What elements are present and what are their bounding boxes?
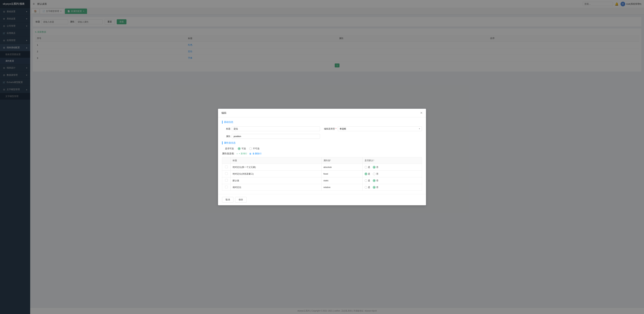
add-icon: + xyxy=(236,152,238,155)
default-no-dot xyxy=(373,179,376,182)
row-attr-val-cell: static xyxy=(321,177,362,184)
form-input-title[interactable] xyxy=(232,126,320,131)
default-yes-option[interactable]: 是 xyxy=(364,166,370,169)
row-check-cell xyxy=(222,177,230,184)
row-title-cell: 相对定位 xyxy=(230,184,322,191)
default-yes-option[interactable]: 是 xyxy=(364,179,370,182)
edit-modal: 编辑 ✕ 基础信息 标题 编辑器类型 * 单选框 xyxy=(218,109,426,205)
form-row-attr: 属性 xyxy=(222,134,422,139)
row-check-cell xyxy=(222,171,230,177)
default-yes-option[interactable]: 是 xyxy=(364,172,370,175)
radio-yes-circle xyxy=(238,147,240,150)
form-label-required: 是否可选 xyxy=(222,147,234,150)
row-default-cell: 是 否 xyxy=(362,184,422,191)
default-yes-dot xyxy=(364,173,367,175)
row-title-cell: 绝对定位(浏览器窗口) xyxy=(230,171,322,177)
attr-table-row: 绝对定位(第一个父元素) absolute 是 xyxy=(222,164,422,171)
default-radio-group: 是 否 xyxy=(364,172,420,175)
section-basic-title: 基础信息 xyxy=(222,121,422,124)
row-default-cell: 是 否 xyxy=(362,171,422,177)
radio-group-required: 可选 不可选 xyxy=(238,147,260,150)
form-input-attr[interactable] xyxy=(232,134,320,139)
default-radio-group: 是 否 xyxy=(364,179,420,182)
form-field-attr: 属性 xyxy=(222,134,320,139)
section-attr-values-title: 属性值信息 xyxy=(222,141,422,144)
modal-close-button[interactable]: ✕ xyxy=(420,111,422,115)
row-check-cell xyxy=(222,184,230,191)
col-title-header: 标题 xyxy=(230,157,322,164)
default-no-option[interactable]: 否 xyxy=(373,179,378,182)
attr-table-row: 相对定位 relative 是 xyxy=(222,184,422,191)
row-checkbox[interactable] xyxy=(225,166,228,168)
default-no-option[interactable]: 否 xyxy=(373,166,378,169)
radio-no-circle xyxy=(249,147,252,150)
default-yes-dot xyxy=(364,186,367,189)
modal-header: 编辑 ✕ xyxy=(218,109,426,117)
radio-yes-option[interactable]: 可选 xyxy=(238,147,246,150)
row-title-cell: 绝对定位(第一个父元素) xyxy=(230,164,322,171)
cancel-button[interactable]: 取消 xyxy=(222,197,234,203)
col-check-header xyxy=(222,157,230,164)
delete-row-button[interactable]: 🗑 🗑 删除行 xyxy=(249,152,262,155)
default-no-option[interactable]: 否 xyxy=(373,186,378,189)
row-checkbox[interactable] xyxy=(225,179,228,182)
default-no-dot xyxy=(373,166,376,169)
default-no-dot xyxy=(373,173,376,175)
modal-body: 基础信息 标题 编辑器类型 * 单选框 xyxy=(218,117,426,194)
form-label-attr: 属性 xyxy=(222,135,230,138)
form-row-title: 标题 编辑器类型 * 单选框 xyxy=(222,126,422,131)
default-yes-option[interactable]: 是 xyxy=(364,186,370,189)
row-default-cell: 是 否 xyxy=(362,177,422,184)
default-radio-group: 是 否 xyxy=(364,166,420,169)
modal-overlay: 编辑 ✕ 基础信息 标题 编辑器类型 * 单选框 xyxy=(0,0,644,314)
add-row-button[interactable]: + + 新增行 xyxy=(236,152,247,155)
editor-type-select-wrapper: 单选框 xyxy=(338,126,422,131)
row-default-cell: 是 否 xyxy=(362,164,422,171)
attr-table-row: 绝对定位(浏览器窗口) fixed 是 xyxy=(222,171,422,177)
row-attr-val-cell: relative xyxy=(321,184,362,191)
row-attr-val-cell: fixed xyxy=(321,171,362,177)
row-title-cell: 默认值 xyxy=(230,177,322,184)
row-check-cell xyxy=(222,164,230,171)
attr-toolbar: 属性值选项: + + 新增行 🗑 🗑 删除行 xyxy=(222,152,422,155)
col-attr-val-header: 属性值* xyxy=(321,157,362,164)
modal-title: 编辑 xyxy=(221,111,226,115)
row-checkbox[interactable] xyxy=(225,186,228,188)
delete-icon: 🗑 xyxy=(249,152,252,155)
row-attr-val-cell: absolute xyxy=(321,164,362,171)
default-yes-dot xyxy=(364,166,367,169)
form-label-title: 标题 xyxy=(222,127,230,130)
radio-no-option[interactable]: 不可选 xyxy=(249,147,260,150)
col-default-header: 是否默认* xyxy=(362,157,422,164)
editor-type-select[interactable]: 单选框 xyxy=(338,126,422,131)
form-field-title: 标题 xyxy=(222,126,320,131)
attr-values-table: 标题 属性值* 是否默认* xyxy=(222,157,422,191)
attr-options-label: 属性值选项: xyxy=(222,152,234,155)
form-label-editor-type: 编辑器类型 * xyxy=(324,127,336,130)
row-checkbox[interactable] xyxy=(225,172,228,175)
save-button[interactable]: 保存 xyxy=(235,197,246,203)
attr-table-row: 默认值 static 是 xyxy=(222,177,422,184)
modal-footer: 取消 保存 xyxy=(218,194,426,205)
default-yes-dot xyxy=(364,179,367,182)
default-radio-group: 是 否 xyxy=(364,186,420,189)
form-row-required: 是否可选 可选 不可选 xyxy=(222,147,422,150)
default-no-option[interactable]: 否 xyxy=(373,172,378,175)
default-no-dot xyxy=(373,186,376,189)
form-field-editor-type: 编辑器类型 * 单选框 xyxy=(324,126,422,131)
